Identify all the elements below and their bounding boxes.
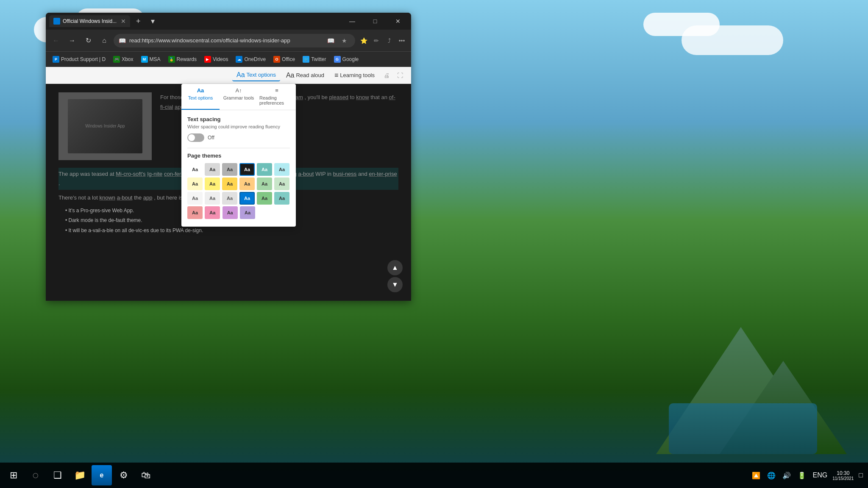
theme-swatch-offwhite[interactable]: Aa bbox=[187, 192, 203, 205]
forward-button[interactable]: → bbox=[65, 34, 79, 47]
theme-swatch-dark[interactable]: Aa bbox=[239, 163, 255, 176]
bookmark-icon: P bbox=[53, 56, 59, 63]
bookmark-videos[interactable]: ▶ Videos bbox=[201, 54, 231, 64]
bookmark-google[interactable]: G Google bbox=[331, 54, 362, 64]
network-icon[interactable]: 🌐 bbox=[765, 470, 777, 481]
bookmark-label: Twitter bbox=[311, 56, 326, 62]
theme-swatch-green[interactable]: Aa bbox=[257, 177, 272, 190]
theme-swatch-amber[interactable]: Aa bbox=[222, 177, 237, 190]
learning-tools-button[interactable]: ≡ Learning tools bbox=[330, 70, 379, 81]
refresh-button[interactable]: ↻ bbox=[81, 34, 95, 47]
clock[interactable]: 10:30 11/15/2021 bbox=[832, 470, 854, 481]
hidden-icons-button[interactable]: 🔼 bbox=[750, 470, 762, 481]
theme-swatch-lightcyan[interactable]: Aa bbox=[274, 163, 289, 176]
theme-row-2: Aa Aa Aa Aa Aa Aa bbox=[187, 177, 290, 190]
text-options-button[interactable]: Aa Text options bbox=[232, 69, 280, 81]
tab-reading-preferences[interactable]: ≡ Reading preferences bbox=[258, 84, 296, 110]
bookmark-icon: M bbox=[141, 56, 148, 63]
file-explorer-button[interactable]: 📁 bbox=[70, 465, 90, 485]
start-button[interactable]: ⊞ bbox=[3, 465, 24, 485]
back-button[interactable]: ← bbox=[49, 34, 63, 47]
scroll-up-button[interactable]: ▲ bbox=[387, 260, 403, 275]
bookmark-icon: O bbox=[273, 56, 280, 63]
theme-swatch-lightgray[interactable]: Aa bbox=[205, 163, 220, 176]
bookmark-product-support[interactable]: P Product Support | D bbox=[49, 54, 109, 64]
grammar-tools-tab-label: Grammar tools bbox=[223, 95, 254, 100]
text-options-tab-icon: Aa bbox=[197, 87, 204, 94]
bookmark-icon: ▶ bbox=[204, 56, 211, 63]
inking-icon[interactable]: ✏ bbox=[370, 35, 382, 47]
new-tab-button[interactable]: + bbox=[132, 15, 145, 28]
tab-dropdown-button[interactable]: ▾ bbox=[146, 15, 159, 28]
bookmark-msa[interactable]: M MSA bbox=[138, 54, 164, 64]
reading-prefs-tab-icon: ≡ bbox=[275, 87, 278, 94]
theme-swatch-gray[interactable]: Aa bbox=[222, 163, 237, 176]
bookmark-office[interactable]: O Office bbox=[270, 54, 298, 64]
theme-swatch-purple[interactable]: Aa bbox=[240, 206, 255, 219]
task-view-button[interactable]: ❑ bbox=[47, 465, 68, 485]
bookmark-twitter[interactable]: 🐦 Twitter bbox=[299, 54, 329, 64]
browser-window: Official Windows Insid... ✕ + ▾ — □ ✕ ← … bbox=[46, 13, 411, 301]
browser-tab[interactable]: Official Windows Insid... ✕ bbox=[49, 15, 130, 27]
browser-toolbar-icons: ⭐ ✏ ⤴ ••• bbox=[358, 35, 408, 47]
search-button[interactable]: ○ bbox=[25, 465, 46, 485]
theme-swatch-white[interactable]: Aa bbox=[187, 163, 203, 176]
bookmark-label: Google bbox=[342, 56, 359, 62]
store-button[interactable]: 🛍 bbox=[136, 465, 156, 485]
share-icon[interactable]: ⤴ bbox=[383, 35, 395, 47]
theme-swatch-lavender[interactable]: Aa bbox=[223, 206, 238, 219]
collections-icon[interactable]: ⭐ bbox=[358, 35, 370, 47]
tab-grammar-tools[interactable]: A↑ Grammar tools bbox=[220, 84, 258, 110]
bullet-3: • It will be a-vail-a-ble on all de-vic-… bbox=[58, 227, 398, 235]
favorite-icon[interactable]: ★ bbox=[338, 35, 350, 47]
theme-swatch-blue[interactable]: Aa bbox=[239, 192, 255, 205]
grammar-tools-tab-icon: A↑ bbox=[235, 87, 242, 94]
theme-swatch-orange[interactable]: Aa bbox=[239, 177, 255, 190]
reader-view-icon[interactable]: 📖 bbox=[325, 35, 337, 47]
battery-icon[interactable]: 🔋 bbox=[796, 470, 808, 481]
taskbar-right: 🔼 🌐 🔊 🔋 ENG 10:30 11/15/2021 □ bbox=[750, 470, 865, 481]
learning-tools-label: Learning tools bbox=[340, 72, 375, 78]
edge-button[interactable]: e bbox=[92, 465, 112, 485]
read-aloud-button[interactable]: Aa Read aloud bbox=[282, 70, 328, 81]
theme-swatch-rose[interactable]: Aa bbox=[205, 206, 220, 219]
window-controls: — □ ✕ bbox=[342, 14, 408, 28]
scroll-down-button[interactable]: ▼ bbox=[387, 277, 403, 292]
minimize-button[interactable]: — bbox=[342, 14, 362, 28]
theme-swatch-lightgreen[interactable]: Aa bbox=[274, 177, 289, 190]
theme-swatch-silver[interactable]: Aa bbox=[222, 192, 237, 205]
bookmark-icon: G bbox=[334, 56, 341, 63]
browser-content-area: Aa Text options Aa Read aloud ≡ Learning… bbox=[46, 67, 411, 301]
theme-row-3: Aa Aa Aa Aa Aa Aa bbox=[187, 192, 290, 205]
volume-icon[interactable]: 🔊 bbox=[781, 470, 793, 481]
bookmark-xbox[interactable]: 🎮 Xbox bbox=[110, 54, 136, 64]
bookmark-rewards[interactable]: 🏅 Rewards bbox=[165, 54, 200, 64]
tab-text-options[interactable]: Aa Text options bbox=[181, 84, 220, 110]
bookmark-onedrive[interactable]: ☁ OneDrive bbox=[232, 54, 269, 64]
text-spacing-toggle[interactable] bbox=[187, 133, 204, 142]
text-options-tab-label: Text options bbox=[188, 95, 213, 100]
theme-swatch-seafoam[interactable]: Aa bbox=[274, 192, 289, 205]
browser-address-bar: ← → ↻ ⌂ 📖 read:https://www.windowscentra… bbox=[46, 30, 411, 52]
theme-row-1: Aa Aa Aa Aa Aa Aa bbox=[187, 163, 290, 176]
theme-swatch-lightgray2[interactable]: Aa bbox=[205, 192, 220, 205]
home-button[interactable]: ⌂ bbox=[97, 34, 111, 47]
theme-swatch-mint[interactable]: Aa bbox=[257, 192, 272, 205]
theme-swatch-lightyellow[interactable]: Aa bbox=[187, 177, 203, 190]
bookmark-label: MSA bbox=[150, 56, 161, 62]
url-bar[interactable]: 📖 read:https://www.windowscentral.com/of… bbox=[114, 34, 355, 47]
address-bar-icons: 📖 ★ bbox=[325, 35, 350, 47]
theme-swatch-teal[interactable]: Aa bbox=[257, 163, 272, 176]
theme-swatch-yellow[interactable]: Aa bbox=[205, 177, 220, 190]
close-button[interactable]: ✕ bbox=[388, 14, 408, 28]
fullscreen-button[interactable]: ⛶ bbox=[394, 69, 406, 81]
notification-button[interactable]: □ bbox=[857, 470, 865, 481]
tab-close-button[interactable]: ✕ bbox=[121, 18, 126, 25]
more-options-icon[interactable]: ••• bbox=[396, 35, 408, 47]
settings-button[interactable]: ⚙ bbox=[114, 465, 134, 485]
print-button[interactable]: 🖨 bbox=[381, 69, 392, 81]
language-indicator[interactable]: ENG bbox=[811, 470, 829, 481]
theme-swatch-pink[interactable]: Aa bbox=[187, 206, 203, 219]
maximize-button[interactable]: □ bbox=[365, 14, 385, 28]
bookmark-icon: 🎮 bbox=[113, 56, 120, 63]
